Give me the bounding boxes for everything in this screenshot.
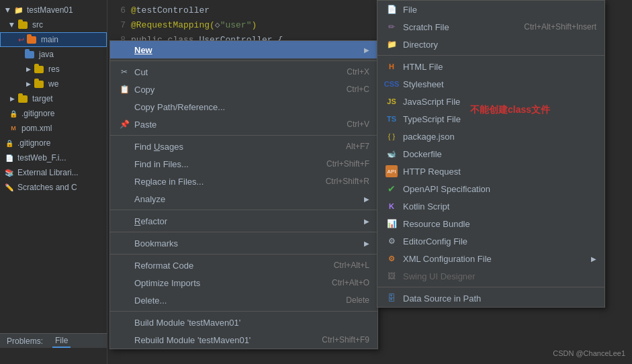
submenu-arrow: ▶ bbox=[364, 240, 369, 247]
submenu-item-stylesheet[interactable]: CSS Stylesheet bbox=[377, 75, 604, 93]
shortcut-copy: Ctrl+C bbox=[347, 85, 369, 94]
menu-item-reformat[interactable]: Reformat Code Ctrl+Alt+L bbox=[110, 257, 377, 274]
menu-item-build[interactable]: Build Module 'testMaven01' bbox=[110, 314, 377, 331]
menu-item-analyze[interactable]: Analyze ▶ bbox=[110, 190, 377, 208]
submenu-item-xml-config[interactable]: ⚙ XML Configuration File ▶ bbox=[377, 250, 604, 267]
line-number: 7 bbox=[107, 20, 131, 30]
shortcut-scratch: Ctrl+Alt+Shift+Insert bbox=[524, 22, 596, 32]
tree-item-root[interactable]: ▶ 📁 testMaven01 bbox=[0, 3, 107, 17]
separator bbox=[110, 254, 377, 255]
menu-item-delete[interactable]: Delete... Delete bbox=[110, 291, 377, 309]
submenu-item-file[interactable]: 📄 File bbox=[377, 1, 604, 18]
directory-icon: 📁 bbox=[386, 38, 398, 50]
menu-item-optimize[interactable]: Optimize Imports Ctrl+Alt+O bbox=[110, 274, 377, 291]
menu-item-rebuild[interactable]: Rebuild Module 'testMaven01' Ctrl+Shift+… bbox=[110, 331, 377, 349]
submenu-arrow: ▶ bbox=[591, 255, 596, 263]
separator bbox=[110, 60, 377, 61]
menu-item-cut[interactable]: ✂ Cut Ctrl+X bbox=[110, 63, 377, 81]
resource-icon: 📊 bbox=[386, 218, 398, 230]
menu-item-label-paste: Paste bbox=[134, 120, 333, 130]
submenu-item-dockerfile[interactable]: 🐋 Dockerfile bbox=[377, 145, 604, 163]
tree-label-scratches: Scratches and C bbox=[17, 183, 77, 192]
submenu-item-package-json[interactable]: { } package.json bbox=[377, 128, 604, 145]
submenu-item-resource-bundle[interactable]: 📊 Resource Bundle bbox=[377, 215, 604, 232]
shortcut-find-usages: Alt+F7 bbox=[346, 142, 369, 151]
menu-item-label-reformat: Reformat Code bbox=[134, 261, 320, 271]
submenu-label-dockerfile: Dockerfile bbox=[403, 149, 596, 159]
tree-item-gitignore1[interactable]: 🔒 .gitignore bbox=[0, 136, 107, 150]
annotation-text: 不能创建class文件 bbox=[470, 104, 550, 115]
tree-label-we: we bbox=[48, 79, 58, 89]
openapi-icon: ✔ bbox=[386, 183, 398, 195]
tree-label-pom: pom.xml bbox=[21, 124, 52, 133]
folder-icon bbox=[17, 19, 28, 30]
submenu-label-datasource: Data Source in Path bbox=[403, 293, 596, 304]
menu-item-find-files[interactable]: Find in Files... Ctrl+Shift+F bbox=[110, 155, 377, 173]
tree-item-res[interactable]: ▶ res bbox=[0, 62, 107, 77]
submenu-item-datasource[interactable]: 🗄 Data Source in Path bbox=[377, 289, 604, 307]
submenu-item-html[interactable]: H HTML File bbox=[377, 58, 604, 75]
analyze-icon bbox=[118, 193, 130, 205]
editorconfig-icon: ⚙ bbox=[386, 235, 398, 247]
menu-item-label-rebuild: Rebuild Module 'testMaven01' bbox=[134, 335, 308, 345]
submenu-new: 📄 File ✏ Scratch File Ctrl+Alt+Shift+Ins… bbox=[377, 0, 605, 308]
tree-item-scratches[interactable]: ✏️ Scratches and C bbox=[0, 180, 107, 195]
problems-tab[interactable]: Problems: bbox=[4, 335, 46, 347]
submenu-item-editorconfig[interactable]: ⚙ EditorConfig File bbox=[377, 232, 604, 250]
menu-item-label-replace-files: Replace in Files... bbox=[134, 177, 312, 187]
menu-item-new[interactable]: New ▶ bbox=[110, 41, 377, 58]
tree-item-we[interactable]: ▶ we bbox=[0, 77, 107, 91]
problems-bar: Problems: File bbox=[0, 333, 107, 348]
menu-item-replace-files[interactable]: Replace in Files... Ctrl+Shift+R bbox=[110, 173, 377, 190]
separator bbox=[110, 311, 377, 312]
menu-item-copy[interactable]: 📋 Copy Ctrl+C bbox=[110, 81, 377, 98]
tree-label-root: testMaven01 bbox=[27, 5, 73, 15]
html-icon: H bbox=[386, 60, 398, 73]
gitignore-icon2: 🔒 bbox=[4, 138, 15, 148]
chevron-icon: ▶ bbox=[8, 95, 16, 103]
menu-item-label-cut: Cut bbox=[134, 67, 333, 77]
tree-item-java[interactable]: java bbox=[0, 47, 107, 62]
menu-item-refactor[interactable]: Refactor ▶ bbox=[110, 212, 377, 230]
submenu-label-openapi: OpenAPI Specification bbox=[403, 184, 596, 194]
submenu-label-directory: Directory bbox=[403, 40, 596, 50]
menu-item-paste[interactable]: 📌 Paste Ctrl+V bbox=[110, 116, 377, 133]
tree-item-main[interactable]: ↩ main bbox=[0, 32, 107, 47]
submenu-item-scratch[interactable]: ✏ Scratch File Ctrl+Alt+Shift+Insert bbox=[377, 18, 604, 36]
ts-icon: TS bbox=[386, 113, 398, 125]
submenu-item-openapi[interactable]: ✔ OpenAPI Specification bbox=[377, 180, 604, 197]
separator bbox=[110, 232, 377, 232]
rebuild-icon bbox=[118, 334, 130, 346]
tree-label-target: target bbox=[32, 94, 53, 103]
submenu-label-kotlin: Kotlin Script bbox=[403, 201, 596, 212]
context-menu: New ▶ ✂ Cut Ctrl+X 📋 Copy Ctrl+C Copy Pa… bbox=[109, 40, 378, 349]
replace-files-icon bbox=[118, 175, 130, 187]
tree-item-src[interactable]: ▶ src bbox=[0, 17, 107, 32]
copy-icon: 📋 bbox=[118, 83, 130, 95]
menu-item-find-usages[interactable]: Find Usages Alt+F7 bbox=[110, 138, 377, 155]
json-icon: { } bbox=[386, 130, 398, 142]
bookmarks-icon bbox=[118, 237, 130, 249]
submenu-item-kotlin[interactable]: K Kotlin Script bbox=[377, 197, 604, 215]
folder-icon bbox=[34, 64, 44, 75]
submenu-item-http-request[interactable]: API HTTP Request bbox=[377, 163, 604, 180]
submenu-arrow: ▶ bbox=[364, 46, 369, 54]
tree-item-target[interactable]: ▶ target bbox=[0, 91, 107, 106]
menu-item-label-copy-path: Copy Path/Reference... bbox=[134, 102, 369, 112]
submenu-label-package-json: package.json bbox=[403, 132, 596, 142]
api-icon: API bbox=[386, 165, 398, 177]
tree-item-gitignore2[interactable]: 🔒 .gitignore bbox=[0, 106, 107, 121]
db-icon: 🗄 bbox=[386, 292, 398, 304]
menu-item-bookmarks[interactable]: Bookmarks ▶ bbox=[110, 234, 377, 252]
find-files-icon bbox=[118, 158, 130, 170]
file-tab[interactable]: File bbox=[52, 334, 71, 348]
tree-item-pom[interactable]: M pom.xml bbox=[0, 121, 107, 136]
separator bbox=[377, 55, 604, 56]
menu-item-copy-path[interactable]: Copy Path/Reference... bbox=[110, 98, 377, 116]
tree-item-testweb[interactable]: 📄 testWeb_F.i... bbox=[0, 150, 107, 165]
tree-label-res: res bbox=[48, 64, 60, 74]
reformat-icon bbox=[118, 259, 130, 271]
tree-item-extlib[interactable]: 📚 External Librari... bbox=[0, 165, 107, 180]
paste-icon: 📌 bbox=[118, 118, 130, 130]
submenu-item-directory[interactable]: 📁 Directory bbox=[377, 36, 604, 53]
